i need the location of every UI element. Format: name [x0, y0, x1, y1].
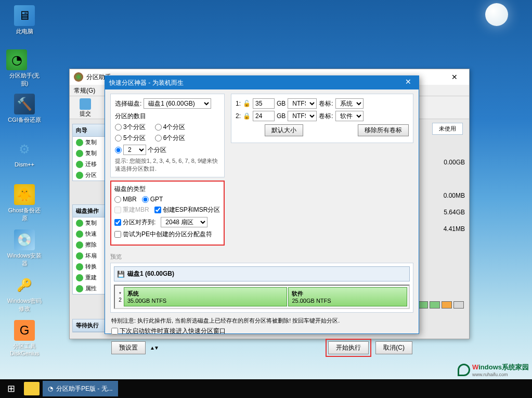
- size-label: 0.00GB: [444, 159, 465, 166]
- radio-5-parts[interactable]: 5个分区: [115, 134, 146, 143]
- vol-lbl: 卷标:: [319, 99, 333, 108]
- ghost-icon: 🐥: [14, 184, 35, 205]
- partition-list-group: 1: 🔓 GB NTFS 卷标: 系统 2: 🔒 GB NTFS 卷标: 软件: [231, 94, 413, 143]
- radio-4-parts[interactable]: 4个分区: [155, 123, 186, 132]
- radio-3-parts[interactable]: 3个分区: [115, 123, 146, 132]
- partition-row-1: 1: 🔓 GB NTFS 卷标: 系统: [236, 98, 409, 109]
- color-legend: [418, 301, 464, 309]
- item-icon: [76, 172, 83, 179]
- pc-icon: 🖥: [14, 5, 35, 26]
- part-num: 1:: [236, 100, 241, 107]
- menu-item-general[interactable]: 常规(G): [74, 87, 95, 94]
- color-swatch: [453, 301, 464, 309]
- desktop-icon-cgi[interactable]: 🔨CGI备份还原: [6, 94, 43, 133]
- select-disk-label: 选择磁盘:: [115, 99, 141, 108]
- radio-mbr[interactable]: MBR: [114, 196, 137, 203]
- disk-name: 磁盘1 (60.00GB): [127, 269, 174, 278]
- cancel-button[interactable]: 取消(C): [375, 341, 412, 354]
- desktop-label: Windows安装器: [6, 252, 43, 267]
- part1-fs-select[interactable]: NTFS: [288, 98, 317, 109]
- disk-type-group: 磁盘的类型 MBR GPT 重建MBR 创建ESP和MSR分区 分区对齐到: 2…: [110, 181, 225, 246]
- desktop-label: Dism++: [15, 161, 34, 168]
- desktop-icon-ghost[interactable]: 🐥Ghost备份还原: [6, 184, 43, 223]
- taskbar-app[interactable]: ◔分区助手PE版 - 无...: [43, 381, 118, 396]
- pie-icon: ◔: [6, 49, 27, 70]
- size-label: 0.00MB: [444, 192, 465, 199]
- disk-select-group: 选择磁盘: 磁盘1 (60.00GB) 分区的数目 3个分区 4个分区 5个分区…: [110, 94, 225, 177]
- chk-next-boot[interactable]: 下次启动软件时直接进入快速分区窗口: [111, 327, 412, 336]
- item-icon: [76, 241, 83, 249]
- chk-rebuild-mbr[interactable]: 重建MBR: [114, 206, 149, 214]
- parent-close-button[interactable]: ✕: [444, 73, 465, 81]
- preset-arrows-icon[interactable]: ▲▼: [150, 345, 158, 351]
- part2-vol-select[interactable]: 软件: [335, 111, 364, 121]
- radio-custom-parts[interactable]: 2 个分区: [115, 145, 166, 155]
- desktop-icon-dism[interactable]: ⚙Dism++: [6, 139, 43, 178]
- commit-icon: [80, 98, 91, 110]
- app-icon: [74, 72, 83, 82]
- moon-decoration: [485, 3, 508, 26]
- toolbar-commit[interactable]: 提交: [75, 98, 96, 118]
- diskgenius-icon: G: [14, 320, 35, 341]
- dialog-titlebar: 快速分区神器 - 为装机而生 ✕: [105, 76, 419, 89]
- align-select[interactable]: 2048 扇区: [161, 217, 207, 227]
- taskbar-explorer[interactable]: [24, 382, 40, 395]
- preset-button[interactable]: 预设置: [111, 341, 146, 354]
- desktop-label: 分区助手(无损): [6, 72, 43, 87]
- desktop-icon-wininstall[interactable]: 💿Windows安装器: [6, 229, 43, 268]
- desktop-label: 分区工具DiskGenius: [6, 342, 43, 356]
- part2-fs-select[interactable]: NTFS: [288, 111, 317, 121]
- gb-label: GB: [277, 100, 286, 107]
- unused-badge: 未使用: [432, 123, 463, 135]
- remove-labels-button[interactable]: 移除所有卷标: [358, 124, 409, 136]
- gb-label: GB: [277, 112, 286, 120]
- desktop-icon-pc[interactable]: 🖥此电脑: [6, 5, 43, 44]
- item-icon: [76, 230, 83, 238]
- partition-count-label: 分区的数目: [115, 112, 220, 121]
- default-size-button[interactable]: 默认大小: [265, 124, 303, 136]
- item-icon: [76, 263, 83, 271]
- watermark-logo-icon: [458, 364, 470, 376]
- dialog-title: 快速分区神器 - 为装机而生: [109, 79, 184, 87]
- taskbar-app-icon: ◔: [48, 385, 53, 392]
- start-button[interactable]: 开始执行: [328, 341, 369, 354]
- dialog-buttons: 预设置 ▲▼ 开始执行 取消(C): [105, 336, 419, 360]
- warning-notice: 特别注意: 执行此操作后, 当前所选磁盘上已经存在的所有分区将被删除! 按回车键…: [111, 317, 412, 325]
- start-button[interactable]: ⊞: [2, 381, 20, 396]
- desktop-icon-winpass[interactable]: 🔑Windows密码修改: [6, 275, 43, 314]
- desktop-icon-diskgenius[interactable]: G分区工具DiskGenius: [6, 320, 43, 359]
- disk-header: 💾磁盘1 (60.00GB): [114, 266, 410, 281]
- chk-try-pe[interactable]: 尝试为PE中创建的分区分配盘符: [114, 230, 212, 239]
- preview-group: 💾磁盘1 (60.00GB) *2 系统 35.00GB NTFS 软件 25.…: [110, 263, 413, 313]
- size-label: 4.41MB: [444, 225, 465, 233]
- desktop-icon-partition[interactable]: ◔分区助手(无损): [6, 49, 43, 88]
- lock-open-icon[interactable]: 🔓: [243, 100, 251, 107]
- start-highlight: 开始执行: [326, 339, 371, 357]
- disk-icon: 💾: [117, 271, 125, 278]
- radio-6-parts[interactable]: 6个分区: [155, 134, 186, 143]
- preview-part-1: 系统 35.00GB NTFS: [124, 287, 287, 306]
- item-icon: [76, 285, 83, 292]
- desktop-label: CGI备份还原: [8, 116, 41, 124]
- custom-count-select[interactable]: 2: [123, 145, 146, 155]
- color-swatch: [442, 301, 452, 309]
- radio-gpt[interactable]: GPT: [142, 196, 163, 203]
- item-icon: [76, 139, 83, 146]
- item-icon: [76, 220, 83, 227]
- part1-size-input[interactable]: [253, 98, 275, 109]
- lock-closed-icon[interactable]: 🔒: [243, 112, 251, 120]
- taskbar: ⊞ ◔分区助手PE版 - 无...: [0, 379, 532, 398]
- select-disk-dropdown[interactable]: 磁盘1 (60.00GB): [144, 98, 211, 109]
- part-num: 2:: [236, 112, 241, 120]
- dialog-close-button[interactable]: ✕: [402, 78, 414, 88]
- chk-create-esp[interactable]: 创建ESP和MSR分区: [154, 206, 220, 214]
- chk-align[interactable]: 分区对齐到:: [114, 218, 155, 227]
- part2-size-input[interactable]: [253, 111, 275, 121]
- watermark-url: www.ruhaifu.com: [472, 372, 529, 377]
- part1-vol-select[interactable]: 系统: [335, 98, 364, 109]
- preview-count: *2: [116, 287, 124, 306]
- desktop-label: Windows密码修改: [6, 297, 43, 313]
- preview-title: 预览: [110, 253, 413, 261]
- item-icon: [76, 150, 83, 157]
- watermark: Windows系统家园 www.ruhaifu.com: [458, 363, 529, 377]
